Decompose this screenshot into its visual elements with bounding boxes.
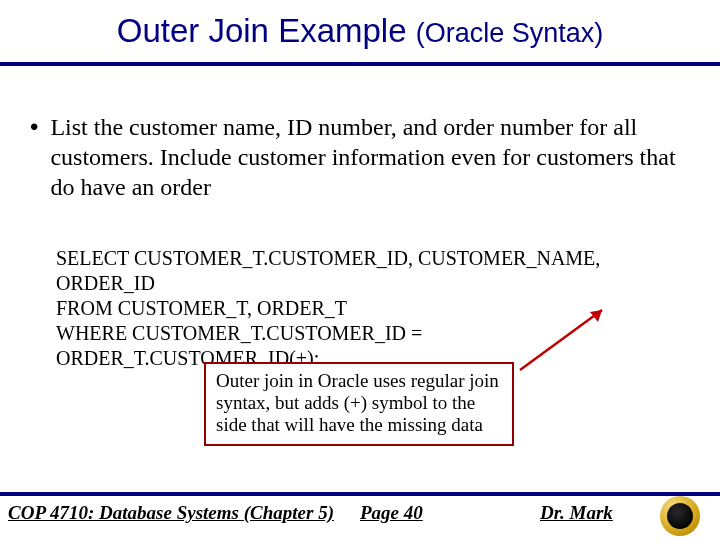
footer-course: COP 4710: Database Systems (Chapter 5)	[8, 502, 334, 524]
callout-box: Outer join in Oracle uses regular join s…	[204, 362, 514, 446]
bullet-marker: •	[30, 112, 38, 142]
divider-top	[0, 62, 720, 66]
footer-author: Dr. Mark	[540, 502, 613, 524]
bullet-text: List the customer name, ID number, and o…	[50, 112, 690, 202]
slide: Outer Join Example (Oracle Syntax) • Lis…	[0, 0, 720, 540]
slide-title: Outer Join Example (Oracle Syntax)	[0, 12, 720, 50]
callout-text: Outer join in Oracle uses regular join s…	[216, 370, 499, 435]
bullet-item: • List the customer name, ID number, and…	[30, 112, 690, 202]
divider-bottom	[0, 492, 720, 496]
sql-line-1: SELECT CUSTOMER_T.CUSTOMER_ID, CUSTOMER_…	[56, 246, 686, 296]
sql-line-2: FROM CUSTOMER_T, ORDER_T	[56, 296, 686, 321]
sql-code-block: SELECT CUSTOMER_T.CUSTOMER_ID, CUSTOMER_…	[56, 246, 686, 371]
title-subtitle: (Oracle Syntax)	[416, 18, 604, 48]
title-main: Outer Join Example	[117, 12, 416, 49]
footer-page: Page 40	[360, 502, 423, 524]
ucf-logo-icon	[660, 496, 700, 536]
